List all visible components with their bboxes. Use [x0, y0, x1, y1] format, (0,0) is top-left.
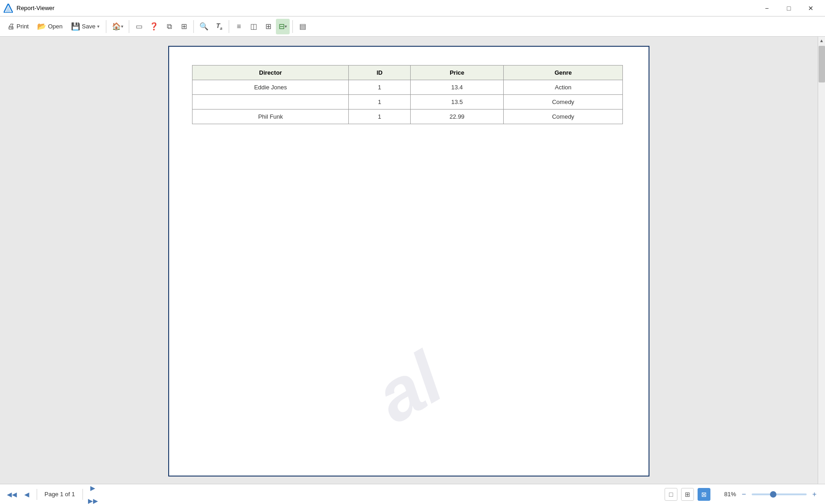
view-fit-button[interactable]: ⊞ — [681, 488, 694, 501]
app-title: Report-Viewer — [16, 5, 55, 11]
title-bar: Report-Viewer − □ ✕ — [0, 0, 825, 16]
open-icon: 📂 — [37, 22, 46, 31]
table-cell-2-1: 1 — [349, 110, 410, 124]
fullpage-icon: ⊞ — [181, 22, 187, 31]
help-button[interactable]: ❓ — [147, 19, 161, 34]
watermark: al — [361, 336, 456, 439]
nav-last-button[interactable]: ▶▶ — [87, 494, 99, 504]
page-canvas[interactable]: al Director ID Price Genre Eddie Jones11… — [0, 37, 818, 484]
view-normal-icon: □ — [669, 491, 673, 498]
sidebar-toggle-icon: ▤ — [299, 22, 306, 31]
view-page-button[interactable]: ⊠ — [698, 488, 710, 501]
table-row: Phil Funk122.99Comedy — [192, 110, 623, 124]
view-normal-button[interactable]: □ — [665, 488, 677, 501]
save-label: Save — [82, 23, 96, 30]
layout-text-button[interactable]: ≡ — [232, 19, 246, 34]
table-cell-1-3: Comedy — [504, 95, 623, 110]
save-dropdown-arrow: ▾ — [97, 24, 99, 29]
report-page: al Director ID Price Genre Eddie Jones11… — [168, 46, 649, 477]
zoom-in-button[interactable]: + — [809, 489, 820, 499]
page-info: Page 1 of 1 — [44, 491, 75, 498]
nav-prev-button[interactable]: ◀ — [20, 488, 33, 501]
table-cell-2-2: 22.99 — [410, 110, 504, 124]
nav-separator-2 — [82, 489, 83, 500]
table-cell-1-1: 1 — [349, 95, 410, 110]
table-cell-0-1: 1 — [349, 80, 410, 95]
toolbar-separator-3 — [193, 20, 194, 33]
table-cell-2-0: Phil Funk — [192, 110, 349, 124]
home-icon: 🏠 — [112, 22, 121, 31]
layout-page-button[interactable]: ◫ — [247, 19, 260, 34]
print-label: Print — [16, 23, 29, 30]
table-cell-1-2: 13.5 — [410, 95, 504, 110]
layout-text-icon: ≡ — [237, 22, 241, 31]
title-bar-controls: − □ ✕ — [756, 0, 821, 16]
single-page-button[interactable]: ▭ — [132, 19, 146, 34]
zoom-out-button[interactable]: − — [739, 489, 749, 499]
find-icon: 🔍 — [199, 22, 209, 31]
table-cell-0-0: Eddie Jones — [192, 80, 349, 95]
main-content: al Director ID Price Genre Eddie Jones11… — [0, 37, 825, 484]
layout-grid2-icon: ⊟ — [279, 22, 285, 31]
toolbar-separator-1 — [106, 20, 106, 33]
nav-separator — [37, 489, 37, 500]
title-bar-left: Report-Viewer — [4, 4, 55, 13]
scrollbar-up-arrow[interactable]: ▲ — [818, 37, 825, 44]
font-icon: Ta — [216, 22, 222, 31]
layout-grid-icon: ⊞ — [265, 22, 271, 31]
layout-page-icon: ◫ — [250, 22, 257, 31]
toolbar: 🖨 Print 📂 Open 💾 Save ▾ 🏠 ▾ ▭ ❓ ⧉ ⊞ 🔍 Ta — [0, 16, 825, 37]
nav-first-button[interactable]: ◀◀ — [6, 488, 18, 501]
scrollbar-thumb[interactable] — [819, 46, 825, 82]
layout-dropdown-arrow: ▾ — [285, 24, 287, 29]
layout-grid2-button[interactable]: ⊟ ▾ — [276, 19, 290, 34]
right-scrollbar[interactable]: ▲ — [818, 37, 825, 484]
home-button[interactable]: 🏠 ▾ — [109, 19, 126, 34]
table-cell-2-3: Comedy — [504, 110, 623, 124]
open-label: Open — [48, 23, 63, 30]
col-header-director: Director — [192, 66, 349, 80]
help-icon: ❓ — [149, 22, 159, 31]
table-header-row: Director ID Price Genre — [192, 66, 623, 80]
col-header-id: ID — [349, 66, 410, 80]
layout-grid-button[interactable]: ⊞ — [261, 19, 275, 34]
toolbar-separator-4 — [229, 20, 229, 33]
table-row: Eddie Jones113.4Action — [192, 80, 623, 95]
sidebar-toggle-button[interactable]: ▤ — [296, 19, 309, 34]
col-header-genre: Genre — [504, 66, 623, 80]
report-table: Director ID Price Genre Eddie Jones113.4… — [192, 65, 623, 124]
table-cell-0-2: 13.4 — [410, 80, 504, 95]
copy-icon: ⧉ — [167, 22, 172, 31]
find-button[interactable]: 🔍 — [197, 19, 211, 34]
copy-button[interactable]: ⧉ — [162, 19, 176, 34]
maximize-button[interactable]: □ — [778, 0, 799, 16]
nav-right: □ ⊞ ⊠ 81% − + — [665, 488, 820, 501]
nav-right-btns: ▶ ▶▶ — [87, 482, 99, 504]
single-page-icon: ▭ — [136, 22, 143, 31]
toolbar-separator-2 — [129, 20, 129, 33]
app-logo-icon — [4, 4, 13, 13]
font-button[interactable]: Ta — [212, 19, 226, 34]
save-button[interactable]: 💾 Save ▾ — [67, 19, 104, 34]
fullpage-button[interactable]: ⊞ — [177, 19, 191, 34]
col-header-price: Price — [410, 66, 504, 80]
report-table-body: Eddie Jones113.4Action113.5ComedyPhil Fu… — [192, 80, 623, 124]
table-cell-0-3: Action — [504, 80, 623, 95]
save-icon: 💾 — [71, 22, 80, 31]
zoom-controls: 81% − + — [720, 489, 820, 499]
minimize-button[interactable]: − — [756, 0, 777, 16]
view-page-icon: ⊠ — [701, 491, 707, 498]
print-icon: 🖨 — [7, 22, 15, 31]
table-row: 113.5Comedy — [192, 95, 623, 110]
zoom-label: 81% — [720, 491, 736, 498]
table-cell-1-0 — [192, 95, 349, 110]
toolbar-separator-5 — [292, 20, 293, 33]
nav-left: ◀◀ ◀ — [6, 488, 33, 501]
open-button[interactable]: 📂 Open — [33, 19, 66, 34]
close-button[interactable]: ✕ — [800, 0, 821, 16]
zoom-slider[interactable] — [752, 493, 807, 495]
view-fit-icon: ⊞ — [685, 491, 690, 498]
home-dropdown-arrow: ▾ — [121, 24, 123, 29]
print-button[interactable]: 🖨 Print — [4, 19, 33, 34]
status-bar: ◀◀ ◀ Page 1 of 1 ▶ ▶▶ □ ⊞ ⊠ 81% − + — [0, 484, 825, 504]
